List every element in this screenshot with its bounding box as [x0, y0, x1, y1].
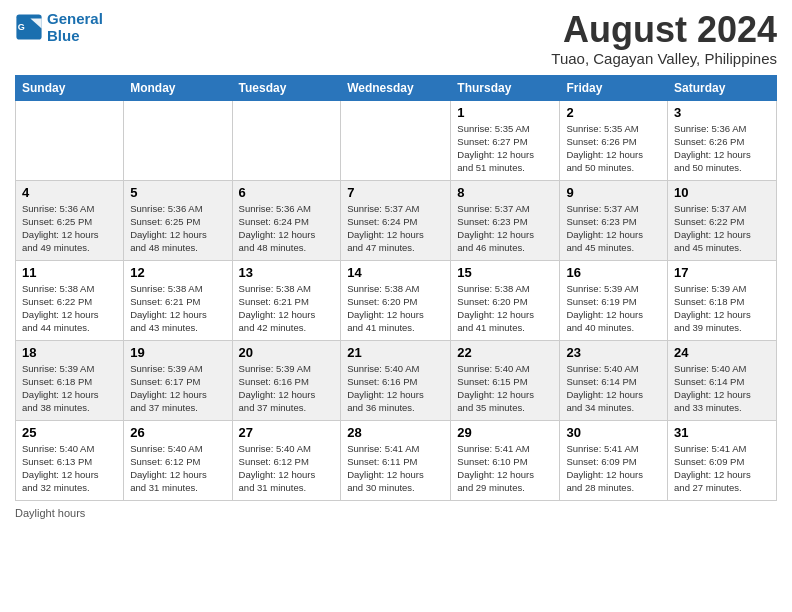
cell-content: Sunrise: 5:40 AM Sunset: 6:15 PM Dayligh… [457, 362, 553, 415]
day-header-monday: Monday [124, 75, 232, 100]
cell-content: Sunrise: 5:39 AM Sunset: 6:18 PM Dayligh… [22, 362, 117, 415]
cell-content: Sunrise: 5:37 AM Sunset: 6:24 PM Dayligh… [347, 202, 444, 255]
calendar-cell: 17Sunrise: 5:39 AM Sunset: 6:18 PM Dayli… [668, 260, 777, 340]
footer-note: Daylight hours [15, 507, 777, 519]
cell-content: Sunrise: 5:40 AM Sunset: 6:14 PM Dayligh… [566, 362, 661, 415]
cell-content: Sunrise: 5:35 AM Sunset: 6:27 PM Dayligh… [457, 122, 553, 175]
calendar-cell: 6Sunrise: 5:36 AM Sunset: 6:24 PM Daylig… [232, 180, 341, 260]
cell-content: Sunrise: 5:39 AM Sunset: 6:17 PM Dayligh… [130, 362, 225, 415]
calendar-cell: 23Sunrise: 5:40 AM Sunset: 6:14 PM Dayli… [560, 340, 668, 420]
day-number: 1 [457, 105, 553, 120]
day-number: 27 [239, 425, 335, 440]
day-header-saturday: Saturday [668, 75, 777, 100]
cell-content: Sunrise: 5:39 AM Sunset: 6:19 PM Dayligh… [566, 282, 661, 335]
day-number: 30 [566, 425, 661, 440]
day-number: 29 [457, 425, 553, 440]
cell-content: Sunrise: 5:41 AM Sunset: 6:09 PM Dayligh… [566, 442, 661, 495]
day-number: 10 [674, 185, 770, 200]
logo-text: General Blue [47, 10, 103, 44]
day-number: 31 [674, 425, 770, 440]
cell-content: Sunrise: 5:40 AM Sunset: 6:14 PM Dayligh… [674, 362, 770, 415]
main-title: August 2024 [551, 10, 777, 50]
calendar-cell [341, 100, 451, 180]
cell-content: Sunrise: 5:39 AM Sunset: 6:16 PM Dayligh… [239, 362, 335, 415]
calendar-cell: 4Sunrise: 5:36 AM Sunset: 6:25 PM Daylig… [16, 180, 124, 260]
day-header-thursday: Thursday [451, 75, 560, 100]
day-number: 20 [239, 345, 335, 360]
day-number: 17 [674, 265, 770, 280]
calendar-cell: 8Sunrise: 5:37 AM Sunset: 6:23 PM Daylig… [451, 180, 560, 260]
day-number: 16 [566, 265, 661, 280]
day-header-sunday: Sunday [16, 75, 124, 100]
calendar-cell: 1Sunrise: 5:35 AM Sunset: 6:27 PM Daylig… [451, 100, 560, 180]
day-number: 19 [130, 345, 225, 360]
cell-content: Sunrise: 5:38 AM Sunset: 6:20 PM Dayligh… [457, 282, 553, 335]
day-header-friday: Friday [560, 75, 668, 100]
calendar-cell: 9Sunrise: 5:37 AM Sunset: 6:23 PM Daylig… [560, 180, 668, 260]
calendar-cell: 27Sunrise: 5:40 AM Sunset: 6:12 PM Dayli… [232, 420, 341, 500]
calendar-cell: 21Sunrise: 5:40 AM Sunset: 6:16 PM Dayli… [341, 340, 451, 420]
calendar-cell: 18Sunrise: 5:39 AM Sunset: 6:18 PM Dayli… [16, 340, 124, 420]
calendar-cell: 11Sunrise: 5:38 AM Sunset: 6:22 PM Dayli… [16, 260, 124, 340]
day-number: 6 [239, 185, 335, 200]
calendar-cell [16, 100, 124, 180]
cell-content: Sunrise: 5:37 AM Sunset: 6:23 PM Dayligh… [566, 202, 661, 255]
cell-content: Sunrise: 5:37 AM Sunset: 6:22 PM Dayligh… [674, 202, 770, 255]
cell-content: Sunrise: 5:36 AM Sunset: 6:26 PM Dayligh… [674, 122, 770, 175]
cell-content: Sunrise: 5:38 AM Sunset: 6:20 PM Dayligh… [347, 282, 444, 335]
day-number: 2 [566, 105, 661, 120]
title-section: August 2024 Tuao, Cagayan Valley, Philip… [551, 10, 777, 67]
cell-content: Sunrise: 5:38 AM Sunset: 6:21 PM Dayligh… [239, 282, 335, 335]
calendar-cell: 25Sunrise: 5:40 AM Sunset: 6:13 PM Dayli… [16, 420, 124, 500]
calendar-cell: 12Sunrise: 5:38 AM Sunset: 6:21 PM Dayli… [124, 260, 232, 340]
cell-content: Sunrise: 5:40 AM Sunset: 6:16 PM Dayligh… [347, 362, 444, 415]
day-number: 3 [674, 105, 770, 120]
day-number: 5 [130, 185, 225, 200]
calendar-cell: 24Sunrise: 5:40 AM Sunset: 6:14 PM Dayli… [668, 340, 777, 420]
calendar-cell: 20Sunrise: 5:39 AM Sunset: 6:16 PM Dayli… [232, 340, 341, 420]
day-number: 28 [347, 425, 444, 440]
calendar-header-row: SundayMondayTuesdayWednesdayThursdayFrid… [16, 75, 777, 100]
day-number: 12 [130, 265, 225, 280]
calendar-cell: 31Sunrise: 5:41 AM Sunset: 6:09 PM Dayli… [668, 420, 777, 500]
day-number: 18 [22, 345, 117, 360]
calendar-cell: 30Sunrise: 5:41 AM Sunset: 6:09 PM Dayli… [560, 420, 668, 500]
svg-text:G: G [18, 22, 25, 32]
day-number: 22 [457, 345, 553, 360]
calendar-week-row: 1Sunrise: 5:35 AM Sunset: 6:27 PM Daylig… [16, 100, 777, 180]
calendar-cell: 14Sunrise: 5:38 AM Sunset: 6:20 PM Dayli… [341, 260, 451, 340]
header: G General Blue August 2024 Tuao, Cagayan… [15, 10, 777, 67]
calendar-table: SundayMondayTuesdayWednesdayThursdayFrid… [15, 75, 777, 501]
day-number: 25 [22, 425, 117, 440]
logo-icon: G [15, 13, 43, 41]
calendar-cell: 15Sunrise: 5:38 AM Sunset: 6:20 PM Dayli… [451, 260, 560, 340]
cell-content: Sunrise: 5:41 AM Sunset: 6:09 PM Dayligh… [674, 442, 770, 495]
calendar-cell: 10Sunrise: 5:37 AM Sunset: 6:22 PM Dayli… [668, 180, 777, 260]
calendar-cell: 29Sunrise: 5:41 AM Sunset: 6:10 PM Dayli… [451, 420, 560, 500]
day-number: 26 [130, 425, 225, 440]
cell-content: Sunrise: 5:37 AM Sunset: 6:23 PM Dayligh… [457, 202, 553, 255]
calendar-cell: 28Sunrise: 5:41 AM Sunset: 6:11 PM Dayli… [341, 420, 451, 500]
calendar-week-row: 4Sunrise: 5:36 AM Sunset: 6:25 PM Daylig… [16, 180, 777, 260]
calendar-cell: 2Sunrise: 5:35 AM Sunset: 6:26 PM Daylig… [560, 100, 668, 180]
cell-content: Sunrise: 5:36 AM Sunset: 6:25 PM Dayligh… [130, 202, 225, 255]
cell-content: Sunrise: 5:35 AM Sunset: 6:26 PM Dayligh… [566, 122, 661, 175]
day-header-wednesday: Wednesday [341, 75, 451, 100]
calendar-cell: 26Sunrise: 5:40 AM Sunset: 6:12 PM Dayli… [124, 420, 232, 500]
day-number: 4 [22, 185, 117, 200]
day-number: 13 [239, 265, 335, 280]
cell-content: Sunrise: 5:39 AM Sunset: 6:18 PM Dayligh… [674, 282, 770, 335]
cell-content: Sunrise: 5:40 AM Sunset: 6:12 PM Dayligh… [130, 442, 225, 495]
calendar-cell [124, 100, 232, 180]
cell-content: Sunrise: 5:38 AM Sunset: 6:21 PM Dayligh… [130, 282, 225, 335]
day-number: 14 [347, 265, 444, 280]
calendar-cell [232, 100, 341, 180]
cell-content: Sunrise: 5:36 AM Sunset: 6:25 PM Dayligh… [22, 202, 117, 255]
day-header-tuesday: Tuesday [232, 75, 341, 100]
logo: G General Blue [15, 10, 103, 44]
day-number: 21 [347, 345, 444, 360]
day-number: 23 [566, 345, 661, 360]
calendar-week-row: 11Sunrise: 5:38 AM Sunset: 6:22 PM Dayli… [16, 260, 777, 340]
calendar-cell: 16Sunrise: 5:39 AM Sunset: 6:19 PM Dayli… [560, 260, 668, 340]
cell-content: Sunrise: 5:41 AM Sunset: 6:10 PM Dayligh… [457, 442, 553, 495]
